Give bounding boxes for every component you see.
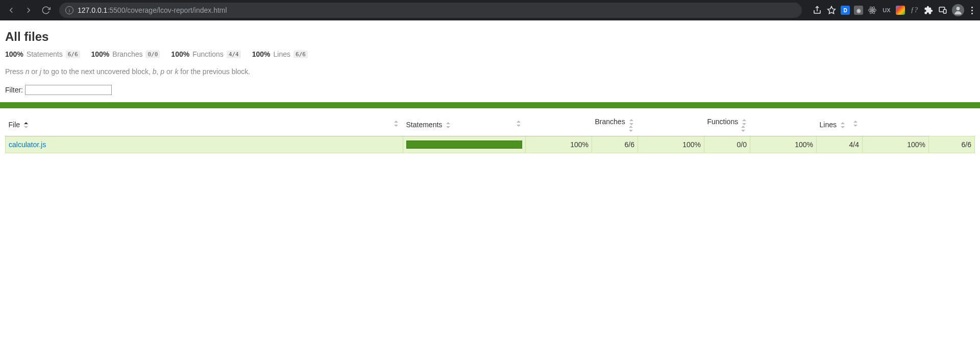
svg-point-1 [872, 10, 873, 11]
branches-pct: 100% [638, 136, 704, 153]
sort-indicator-icon [741, 126, 745, 132]
extension-icon[interactable]: ◉ [854, 6, 863, 15]
statements-frac: 6/6 [592, 136, 638, 153]
summary-lines: 100% Lines 6/6 [252, 50, 308, 58]
extension-icon[interactable]: D [841, 6, 850, 15]
sort-indicator-icon [629, 119, 633, 125]
sort-indicator-icon [394, 121, 398, 127]
extension-icon[interactable]: UX [881, 5, 892, 15]
coverage-bar-cell [403, 136, 526, 153]
table-row: calculator.js 100% 6/6 100% 0/0 100% 4/4… [6, 136, 975, 153]
devices-icon[interactable] [938, 5, 948, 15]
sort-indicator-icon [841, 122, 845, 128]
share-icon[interactable] [812, 5, 822, 15]
th-file[interactable]: File [6, 113, 403, 136]
file-cell: calculator.js [6, 136, 403, 153]
sort-indicator-icon [24, 122, 28, 128]
profile-avatar[interactable] [952, 4, 964, 16]
filter-row: Filter: [5, 85, 975, 95]
coverage-report: All files 100% Statements 6/6 100% Branc… [0, 30, 980, 95]
extension-icon[interactable]: ƒ? [909, 5, 919, 15]
coverage-table: File Statements Branches Functions [5, 113, 975, 153]
summary-functions: 100% Functions 4/4 [171, 50, 240, 58]
extension-icon[interactable] [896, 6, 905, 15]
filter-input[interactable] [25, 85, 112, 95]
coverage-summary: 100% Statements 6/6 100% Branches 0/0 10… [5, 50, 975, 58]
bookmark-star-icon[interactable] [826, 5, 837, 15]
sort-indicator-icon [517, 121, 521, 127]
coverage-bar [406, 141, 522, 149]
th-statements[interactable]: Statements [403, 113, 526, 136]
sort-indicator-icon [446, 122, 450, 128]
browser-menu-button[interactable] [968, 7, 976, 14]
page-title: All files [5, 30, 975, 44]
sort-indicator-icon [629, 126, 633, 132]
sort-indicator-icon [742, 119, 746, 125]
svg-marker-0 [828, 7, 836, 14]
lines-frac: 6/6 [929, 136, 975, 153]
statements-pct: 100% [526, 136, 592, 153]
th-functions[interactable]: Functions [704, 113, 750, 136]
lines-pct: 100% [863, 136, 929, 153]
branches-frac: 0/0 [704, 136, 750, 153]
coverage-bar-fill [407, 141, 522, 148]
functions-frac: 4/4 [817, 136, 863, 153]
file-link[interactable]: calculator.js [9, 141, 46, 149]
svg-rect-6 [944, 10, 946, 14]
extensions-puzzle-icon[interactable] [923, 5, 934, 15]
react-devtools-icon[interactable] [867, 5, 877, 15]
reload-button[interactable] [39, 3, 53, 17]
toolbar-right: D ◉ UX ƒ? [808, 4, 976, 16]
svg-point-7 [957, 7, 960, 10]
overall-status-bar [0, 102, 980, 108]
th-branches[interactable]: Branches [592, 113, 638, 136]
summary-branches: 100% Branches 0/0 [91, 50, 160, 58]
functions-pct: 100% [750, 136, 817, 153]
browser-toolbar: i 127.0.0.1:5500/coverage/lcov-report/in… [0, 0, 980, 20]
keyboard-hint: Press n or j to go to the next uncovered… [5, 67, 975, 76]
site-info-icon[interactable]: i [65, 6, 74, 14]
th-lines[interactable]: Lines [817, 113, 863, 136]
address-bar[interactable]: i 127.0.0.1:5500/coverage/lcov-report/in… [59, 3, 802, 18]
back-button[interactable] [4, 3, 18, 17]
summary-statements: 100% Statements 6/6 [5, 50, 80, 58]
forward-button[interactable] [21, 3, 36, 17]
filter-label: Filter: [5, 86, 23, 94]
url-text: 127.0.0.1:5500/coverage/lcov-report/inde… [78, 6, 227, 14]
sort-indicator-icon [853, 121, 857, 127]
